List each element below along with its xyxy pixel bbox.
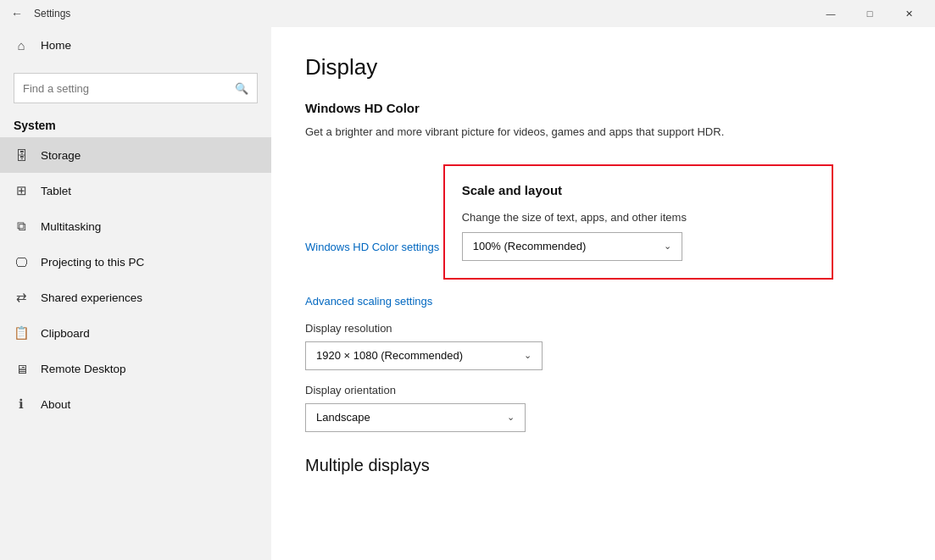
orientation-value: Landscape — [316, 411, 370, 424]
system-label: System — [0, 110, 271, 137]
storage-icon: 🗄 — [14, 147, 29, 163]
title-bar-left: ← Settings — [7, 3, 70, 24]
resolution-label: Display resolution — [305, 322, 901, 335]
title-bar-controls: — □ ✕ — [811, 0, 928, 27]
title-bar: ← Settings — □ ✕ — [0, 0, 935, 27]
scale-value: 100% (Recommended) — [473, 240, 587, 252]
resolution-dropdown-chevron: ⌄ — [524, 350, 532, 361]
back-button[interactable]: ← — [7, 3, 27, 24]
storage-label: Storage — [41, 149, 81, 162]
sidebar-item-clipboard[interactable]: 📋 Clipboard — [0, 315, 271, 351]
search-icon: 🔍 — [235, 82, 248, 95]
about-label: About — [41, 398, 70, 411]
sidebar-item-multitasking[interactable]: ⧉ Multitasking — [0, 208, 271, 244]
sidebar-item-storage[interactable]: 🗄 Storage — [0, 137, 271, 173]
maximize-button[interactable]: □ — [850, 0, 889, 27]
scale-layout-title: Scale and layout — [462, 183, 815, 197]
multitasking-icon: ⧉ — [14, 219, 29, 234]
minimize-button[interactable]: — — [811, 0, 850, 27]
title-bar-title: Settings — [34, 8, 70, 19]
multiple-displays-title: Multiple displays — [305, 456, 901, 475]
remote-icon: 🖥 — [14, 361, 29, 376]
orientation-dropdown[interactable]: Landscape ⌄ — [305, 403, 526, 432]
sidebar-item-remote[interactable]: 🖥 Remote Desktop — [0, 351, 271, 386]
projecting-icon: 🖵 — [14, 254, 29, 269]
remote-label: Remote Desktop — [41, 363, 126, 375]
tablet-label: Tablet — [41, 185, 71, 197]
sidebar-item-shared[interactable]: ⇄ Shared experiences — [0, 280, 271, 315]
sidebar-item-about[interactable]: ℹ About — [0, 386, 271, 422]
main-content: Display Windows HD Color Get a brighter … — [271, 27, 935, 560]
close-button[interactable]: ✕ — [889, 0, 928, 27]
sidebar-item-tablet[interactable]: ⊞ Tablet — [0, 173, 271, 208]
search-container: 🔍 — [0, 63, 271, 110]
home-label: Home — [41, 39, 71, 52]
orientation-label: Display orientation — [305, 384, 901, 396]
projecting-label: Projecting to this PC — [41, 256, 144, 269]
hd-color-link[interactable]: Windows HD Color settings — [305, 240, 439, 252]
resolution-dropdown[interactable]: 1920 × 1080 (Recommended) ⌄ — [305, 341, 543, 370]
tablet-icon: ⊞ — [14, 183, 29, 198]
search-box[interactable]: 🔍 — [14, 73, 258, 103]
shared-label: Shared experiences — [41, 291, 142, 304]
hd-color-title: Windows HD Color — [305, 101, 901, 115]
multitasking-label: Multitasking — [41, 220, 101, 233]
home-icon: ⌂ — [14, 37, 29, 53]
page-title: Display — [305, 54, 901, 80]
scale-layout-box: Scale and layout Change the size of text… — [443, 164, 833, 280]
orientation-dropdown-chevron: ⌄ — [507, 412, 515, 423]
resolution-value: 1920 × 1080 (Recommended) — [316, 349, 463, 362]
clipboard-label: Clipboard — [41, 327, 90, 340]
search-input[interactable] — [23, 82, 228, 95]
hd-color-desc: Get a brighter and more vibrant picture … — [305, 124, 901, 141]
advanced-scaling-link-container: Advanced scaling settings — [305, 293, 901, 308]
clipboard-icon: 📋 — [14, 325, 29, 341]
sidebar: ⌂ Home 🔍 System 🗄 Storage ⊞ Tablet ⧉ Mul… — [0, 27, 271, 560]
scale-dropdown[interactable]: 100% (Recommended) ⌄ — [462, 232, 682, 261]
sidebar-item-home[interactable]: ⌂ Home — [0, 27, 271, 63]
advanced-scaling-link[interactable]: Advanced scaling settings — [305, 295, 432, 308]
sidebar-item-projecting[interactable]: 🖵 Projecting to this PC — [0, 244, 271, 280]
scale-dropdown-chevron: ⌄ — [664, 241, 671, 252]
shared-icon: ⇄ — [14, 290, 29, 305]
scale-change-label: Change the size of text, apps, and other… — [462, 211, 815, 224]
app-body: ⌂ Home 🔍 System 🗄 Storage ⊞ Tablet ⧉ Mul… — [0, 27, 935, 560]
about-icon: ℹ — [14, 396, 29, 412]
